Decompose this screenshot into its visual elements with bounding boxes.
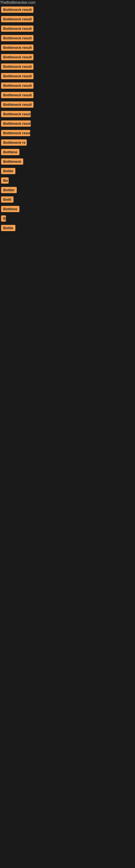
results-list: Bottleneck resultBottleneck resultBottle… — [0, 5, 135, 233]
bottleneck-badge-19[interactable]: Bo — [1, 177, 9, 184]
result-row-22: Bottlene — [0, 204, 135, 214]
bottleneck-badge-3[interactable]: Bottleneck result — [1, 26, 34, 32]
result-row-9: Bottleneck result — [0, 81, 135, 90]
result-row-16: Bottlene — [0, 147, 135, 157]
result-row-23: B — [0, 214, 135, 223]
result-row-15: Bottleneck re — [0, 138, 135, 147]
bottleneck-badge-23[interactable]: B — [1, 215, 6, 222]
result-row-11: Bottleneck result — [0, 100, 135, 109]
bottleneck-badge-20[interactable]: Bottler — [1, 187, 17, 193]
result-row-13: Bottleneck result — [0, 119, 135, 128]
result-row-20: Bottler — [0, 185, 135, 195]
result-row-3: Bottleneck result — [0, 24, 135, 33]
result-row-18: Bottle — [0, 166, 135, 176]
result-row-5: Bottleneck result — [0, 43, 135, 52]
bottleneck-badge-13[interactable]: Bottleneck result — [1, 120, 31, 127]
bottleneck-badge-11[interactable]: Bottleneck result — [1, 101, 34, 108]
bottleneck-badge-17[interactable]: Bottleneck — [1, 158, 23, 165]
result-row-4: Bottleneck result — [0, 33, 135, 43]
bottleneck-badge-1[interactable]: Bottleneck result — [1, 6, 34, 13]
bottleneck-badge-18[interactable]: Bottle — [1, 168, 15, 174]
bottleneck-badge-9[interactable]: Bottleneck result — [1, 83, 34, 89]
bottleneck-badge-4[interactable]: Bottleneck result — [1, 35, 34, 41]
bottleneck-badge-16[interactable]: Bottlene — [1, 149, 19, 155]
bottleneck-badge-6[interactable]: Bottleneck result — [1, 54, 34, 60]
bottleneck-badge-15[interactable]: Bottleneck re — [1, 140, 27, 146]
result-row-14: Bottleneck result — [0, 128, 135, 138]
result-row-2: Bottleneck result — [0, 14, 135, 24]
result-row-12: Bottleneck result — [0, 109, 135, 119]
result-row-24: Bottle — [0, 223, 135, 233]
site-header: TheBottlenecker.com — [0, 0, 135, 5]
result-row-7: Bottleneck result — [0, 62, 135, 71]
result-row-10: Bottleneck result — [0, 90, 135, 100]
result-row-6: Bottleneck result — [0, 52, 135, 62]
bottleneck-badge-5[interactable]: Bottleneck result — [1, 44, 34, 51]
bottleneck-badge-14[interactable]: Bottleneck result — [1, 130, 30, 136]
result-row-21: Bottl — [0, 195, 135, 204]
bottleneck-badge-7[interactable]: Bottleneck result — [1, 63, 34, 70]
result-row-8: Bottleneck result — [0, 71, 135, 81]
bottleneck-badge-10[interactable]: Bottleneck result — [1, 92, 34, 98]
bottleneck-badge-8[interactable]: Bottleneck result — [1, 73, 34, 79]
bottleneck-badge-12[interactable]: Bottleneck result — [1, 111, 31, 117]
bottleneck-badge-2[interactable]: Bottleneck result — [1, 16, 34, 22]
result-row-1: Bottleneck result — [0, 5, 135, 14]
result-row-19: Bo — [0, 176, 135, 185]
bottleneck-badge-24[interactable]: Bottle — [1, 225, 15, 231]
bottleneck-badge-21[interactable]: Bottl — [1, 196, 13, 203]
bottleneck-badge-22[interactable]: Bottlene — [1, 206, 19, 212]
result-row-17: Bottleneck — [0, 157, 135, 166]
